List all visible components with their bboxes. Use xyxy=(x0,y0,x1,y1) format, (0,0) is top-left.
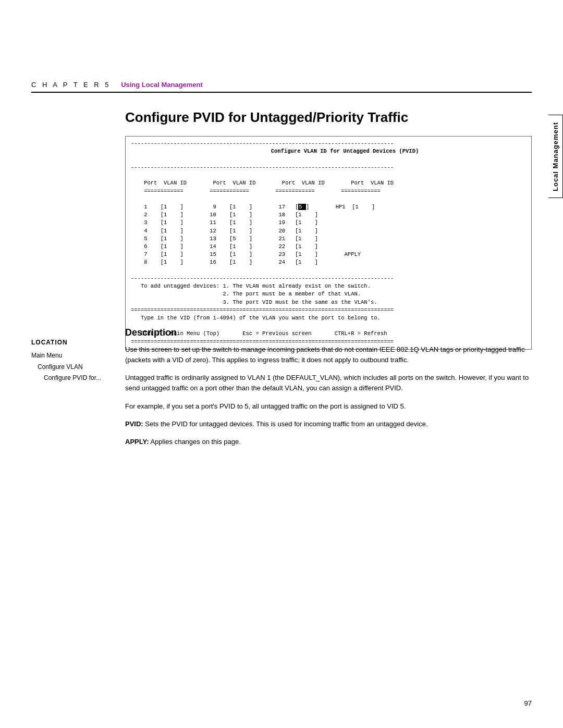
description-para-3: For example, if you set a port's PVID to… xyxy=(125,401,532,412)
col-underline: ============ ============ ============ =… xyxy=(131,188,381,194)
footer-line1: Type in the VID (from 1-4094) of the VLA… xyxy=(131,315,381,321)
apply-bold: APPLY: xyxy=(125,438,149,446)
top-divider: ----------------------------------------… xyxy=(131,140,394,146)
row-1: 1 [1 ] 9 [1 ] 17 [5 ] HP1 [1 ] xyxy=(131,204,375,210)
location-sidebar: LOCATION Main Menu Configure VLAN Config… xyxy=(31,339,115,384)
main-content: Configure PVID for Untagged/Priority Tra… xyxy=(125,109,532,364)
note-3: 3. The port VID must be the same as the … xyxy=(131,299,377,305)
page-number: 97 xyxy=(524,699,532,707)
apply-text: Applies changes on this page. xyxy=(149,438,241,446)
row-3: 3 [1 ] 11 [1 ] 19 [1 ] xyxy=(131,219,318,226)
page-header: C H A P T E R 5 Using Local Management xyxy=(31,81,532,93)
description-para-1: Use this screen to set up the switch to … xyxy=(125,344,532,365)
row-4: 4 [1 ] 12 [1 ] 20 [1 ] xyxy=(131,228,318,234)
footer-divider-top: ========================================… xyxy=(131,307,394,313)
row-7: 7 [1 ] 15 [1 ] 23 [1 ] APPLY xyxy=(131,251,361,257)
description-para-2: Untagged traffic is ordinarily assigned … xyxy=(125,373,532,393)
note-1: To add untagged devices: 1. The VLAN mus… xyxy=(131,283,371,289)
row-2: 2 [1 ] 10 [1 ] 18 [1 ] xyxy=(131,212,318,218)
page-title: Configure PVID for Untagged/Priority Tra… xyxy=(125,109,532,126)
notes-divider: ----------------------------------------… xyxy=(131,275,394,281)
row-5: 5 [1 ] 13 [5 ] 21 [1 ] xyxy=(131,236,318,242)
terminal-content: ----------------------------------------… xyxy=(131,140,526,346)
chapter-title: Using Local Management xyxy=(121,81,203,89)
side-tab: Local Management xyxy=(548,115,563,198)
pvid-text: Sets the PVID for untagged devices. This… xyxy=(143,420,428,428)
mid-divider: ----------------------------------------… xyxy=(131,164,394,170)
pvid-bold: PVID: xyxy=(125,420,143,428)
row-8: 8 [1 ] 16 [1 ] 24 [1 ] xyxy=(131,259,318,265)
location-main-menu: Main Menu xyxy=(31,350,115,362)
description-para-pvid: PVID: Sets the PVID for untagged devices… xyxy=(125,419,532,429)
col-headers: Port VLAN ID Port VLAN ID Port VLAN ID P… xyxy=(131,180,394,186)
location-configure-pvid: Configure PVID for... xyxy=(44,373,115,384)
description-heading: Description xyxy=(125,327,532,338)
terminal-screen: ----------------------------------------… xyxy=(125,136,532,350)
spacer xyxy=(115,81,117,89)
description-section: Description Use this screen to set up th… xyxy=(125,327,532,454)
note-2: 2. The port must be a member of that VLA… xyxy=(131,291,361,297)
description-para-apply: APPLY: Applies changes on this page. xyxy=(125,437,532,447)
chapter-label: C H A P T E R 5 xyxy=(31,81,111,89)
location-title: LOCATION xyxy=(31,339,115,346)
location-configure-vlan: Configure VLAN xyxy=(38,362,115,373)
screen-title: Configure VLAN ID for Untagged Devices (… xyxy=(131,147,526,155)
row-6: 6 [1 ] 14 [1 ] 22 [1 ] xyxy=(131,243,318,250)
